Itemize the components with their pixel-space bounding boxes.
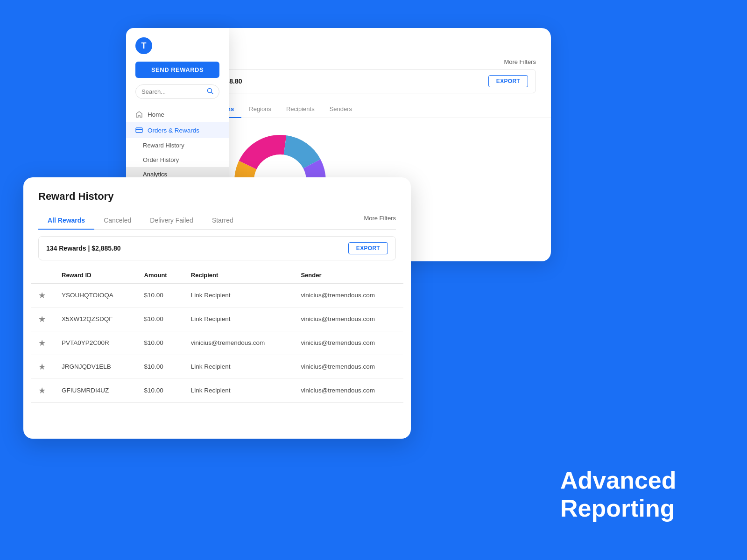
tab-senders[interactable]: Senders: [322, 101, 359, 118]
rh-title: Reward History: [38, 190, 396, 203]
star-cell[interactable]: ★: [31, 378, 54, 402]
table-header-row: Reward ID Amount Recipient Sender: [31, 267, 403, 284]
tab-all-rewards[interactable]: All Rewards: [38, 212, 94, 230]
recipient-cell: Link Recipient: [183, 378, 294, 402]
sidebar-subitem-order-history[interactable]: Order History: [126, 153, 229, 167]
send-rewards-button[interactable]: SEND REWARDS: [135, 62, 219, 78]
table-row: ★ GFIUSMRDI4UZ $10.00 Link Recipient vin…: [31, 378, 403, 402]
amount-cell: $10.00: [137, 283, 183, 307]
recipient-cell: Link Recipient: [183, 307, 294, 331]
search-box[interactable]: [135, 84, 219, 99]
tab-recipients[interactable]: Recipients: [279, 101, 322, 118]
recipient-cell: Link Recipient: [183, 355, 294, 378]
sidebar-subitem-reward-history[interactable]: Reward History: [126, 138, 229, 153]
star-cell[interactable]: ★: [31, 355, 54, 378]
reward-id-cell: X5XW12QZSDQF: [54, 307, 137, 331]
table-row: ★ PVTA0YP2C00R $10.00 vinicius@tremendou…: [31, 331, 403, 355]
amount-cell: $10.00: [137, 378, 183, 402]
star-cell[interactable]: ★: [31, 283, 54, 307]
amount-cell: $10.00: [137, 355, 183, 378]
col-reward-id: Reward ID: [54, 267, 137, 284]
reward-history-panel: Reward History All Rewards Canceled Deli…: [23, 177, 411, 439]
star-cell[interactable]: ★: [31, 331, 54, 355]
analytics-export-button[interactable]: EXPORT: [488, 75, 528, 87]
svg-line-6: [211, 92, 213, 94]
rh-header: Reward History All Rewards Canceled Deli…: [23, 177, 411, 230]
col-sender: Sender: [293, 267, 403, 284]
reward-id-cell: GFIUSMRDI4UZ: [54, 378, 137, 402]
star-cell[interactable]: ★: [31, 307, 54, 331]
rh-summary-row: 134 Rewards | $2,885.80 EXPORT: [38, 236, 396, 260]
rh-export-button[interactable]: EXPORT: [348, 242, 388, 254]
search-icon: [207, 88, 213, 96]
sender-cell: vinicius@tremendous.com: [293, 331, 403, 355]
col-star: [31, 267, 54, 284]
recipient-cell: Link Recipient: [183, 283, 294, 307]
reward-id-cell: JRGNJQDV1ELB: [54, 355, 137, 378]
table-row: ★ X5XW12QZSDQF $10.00 Link Recipient vin…: [31, 307, 403, 331]
tab-canceled[interactable]: Canceled: [94, 212, 141, 230]
reward-id-cell: PVTA0YP2C00R: [54, 331, 137, 355]
tab-delivery-failed[interactable]: Delivery Failed: [141, 212, 203, 230]
col-recipient: Recipient: [183, 267, 294, 284]
home-icon: [135, 111, 143, 118]
rewards-table: Reward ID Amount Recipient Sender ★ YSOU…: [31, 267, 403, 403]
rh-more-filters[interactable]: More Filters: [364, 215, 396, 226]
advanced-reporting-text: Advanced Reporting: [560, 467, 710, 523]
reward-id-cell: YSOUHQTOIOQA: [54, 283, 137, 307]
sender-cell: vinicius@tremendous.com: [293, 355, 403, 378]
rewards-table-wrapper: Reward ID Amount Recipient Sender ★ YSOU…: [23, 267, 411, 403]
star-icon[interactable]: ★: [38, 362, 46, 371]
svg-rect-7: [136, 128, 142, 133]
sender-cell: vinicius@tremendous.com: [293, 378, 403, 402]
sidebar-item-home[interactable]: Home: [126, 106, 229, 122]
recipient-cell: vinicius@tremendous.com: [183, 331, 294, 355]
rewards-table-body: ★ YSOUHQTOIOQA $10.00 Link Recipient vin…: [31, 283, 403, 402]
sidebar-item-orders-rewards[interactable]: Orders & Rewards: [126, 122, 229, 138]
star-icon[interactable]: ★: [38, 338, 46, 348]
search-input[interactable]: [141, 88, 204, 95]
amount-cell: $10.00: [137, 307, 183, 331]
sidebar-logo: T: [135, 37, 152, 54]
amount-cell: $10.00: [137, 331, 183, 355]
sender-cell: vinicius@tremendous.com: [293, 283, 403, 307]
rh-summary: 134 Rewards | $2,885.80: [46, 245, 121, 252]
tab-starred[interactable]: Starred: [203, 212, 243, 230]
star-icon[interactable]: ★: [38, 291, 46, 300]
sidebar-item-orders-rewards-label: Orders & Rewards: [148, 127, 199, 134]
star-icon[interactable]: ★: [38, 315, 46, 324]
star-icon[interactable]: ★: [38, 386, 46, 395]
table-row: ★ YSOUHQTOIOQA $10.00 Link Recipient vin…: [31, 283, 403, 307]
tab-regions[interactable]: Regions: [241, 101, 279, 118]
card-icon: [135, 126, 143, 134]
sender-cell: vinicius@tremendous.com: [293, 307, 403, 331]
table-row: ★ JRGNJQDV1ELB $10.00 Link Recipient vin…: [31, 355, 403, 378]
col-amount: Amount: [137, 267, 183, 284]
rh-tabs: All Rewards Canceled Delivery Failed Sta…: [38, 212, 396, 230]
sidebar-item-home-label: Home: [148, 111, 164, 118]
